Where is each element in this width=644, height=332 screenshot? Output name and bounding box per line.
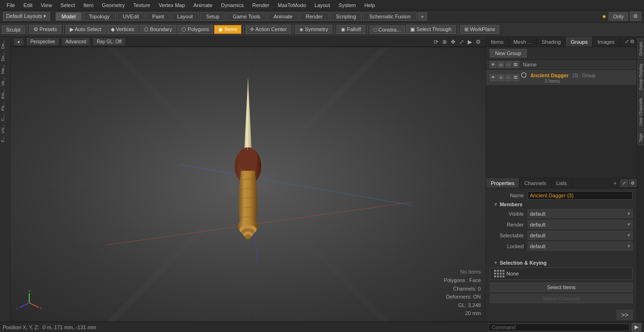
re-tab-group-display[interactable]: Group Display: [637, 60, 644, 94]
eye-icon[interactable]: 👁: [490, 61, 496, 68]
new-group-button[interactable]: New Group: [490, 49, 527, 57]
more-button[interactable]: >>: [617, 310, 633, 320]
layout-tab-paint[interactable]: Paint: [146, 12, 170, 21]
gi-lock-icon[interactable]: □: [505, 74, 512, 81]
re-tab-user-channels[interactable]: User Channels: [637, 95, 644, 130]
layout-tab-layout[interactable]: Layout: [171, 12, 199, 21]
layout-tab-gametools[interactable]: Game Tools: [227, 12, 267, 21]
vp-perspective-btn[interactable]: Perspective: [27, 38, 58, 45]
star-icon[interactable]: ★: [602, 13, 607, 20]
menu-system[interactable]: System: [335, 1, 360, 9]
settings-icon[interactable]: ⚙: [630, 12, 641, 21]
layout-tab-add[interactable]: +: [418, 12, 427, 21]
layout-tab-render[interactable]: Render: [299, 12, 329, 21]
lock-icon[interactable]: □: [505, 61, 512, 68]
sidebar-btn-me[interactable]: Me...: [0, 63, 10, 75]
sidebar-btn-f[interactable]: F...: [0, 135, 10, 144]
select-items-button[interactable]: Select Items: [490, 283, 633, 292]
sidebar-btn-uv[interactable]: UV...: [0, 123, 10, 135]
falloff-button[interactable]: ◉ Falloff: [337, 25, 365, 34]
sidebar-btn-ve[interactable]: Ve...: [0, 76, 10, 87]
props-tab-channels[interactable]: Channels: [520, 178, 551, 188]
menu-geometry[interactable]: Geometry: [98, 1, 128, 9]
sculpt-button[interactable]: Sculpt: [2, 25, 25, 34]
props-tab-properties[interactable]: Properties: [486, 178, 520, 188]
vp-play-icon[interactable]: ▶: [467, 38, 473, 46]
sidebar-btn-de[interactable]: De...: [0, 39, 10, 50]
menu-edit[interactable]: Edit: [20, 1, 36, 9]
select-channels-button[interactable]: Select Channels: [490, 294, 633, 303]
panel-expand-icon[interactable]: ⤢: [625, 39, 629, 45]
menu-texture[interactable]: Texture: [130, 1, 154, 9]
auto-select-button[interactable]: ▶ Auto Select: [66, 25, 106, 34]
layout-tab-setup[interactable]: Setup: [200, 12, 226, 21]
panel-settings-icon[interactable]: ⚙: [630, 39, 635, 45]
panel-tab-mesh[interactable]: Mesh ...: [509, 37, 537, 47]
sidebar-btn-du[interactable]: Du...: [0, 51, 10, 63]
command-input[interactable]: [488, 324, 630, 331]
vp-advanced-btn[interactable]: Advanced: [62, 38, 90, 45]
boundary-button[interactable]: ⬡ Boundary: [140, 25, 176, 34]
vp-expand-icon[interactable]: ⤢: [458, 38, 465, 46]
panel-tab-items[interactable]: Items: [486, 37, 509, 47]
vp-zoom-icon[interactable]: ⊕: [441, 38, 448, 46]
key-icon[interactable]: ⚿: [512, 61, 519, 68]
layout-dropdown[interactable]: Default Layouts ▾: [3, 12, 50, 21]
panel-tab-groups[interactable]: Groups: [566, 37, 593, 47]
props-tab-lists[interactable]: Lists: [552, 178, 572, 188]
layout-tab-topology[interactable]: Topology: [83, 12, 116, 21]
command-go-button[interactable]: ▶: [632, 323, 641, 332]
menu-vertex-map[interactable]: Vertex Map: [155, 1, 189, 9]
sidebar-btn-po[interactable]: Po...: [0, 101, 10, 113]
menu-layout[interactable]: Layout: [311, 1, 334, 9]
layout-tab-uvedit[interactable]: UVEdit: [117, 12, 145, 21]
props-expand-icon[interactable]: ⤢: [620, 179, 628, 187]
visible-select[interactable]: default ▾: [528, 209, 633, 218]
props-settings-icon[interactable]: ⚙: [629, 179, 636, 187]
items-button[interactable]: ◉ Items: [214, 25, 241, 34]
only-button[interactable]: Only: [609, 12, 628, 21]
menu-maxtomodo[interactable]: MaxToModo: [274, 1, 310, 9]
sidebar-btn-c[interactable]: C...: [0, 113, 10, 122]
vp-raygl-btn[interactable]: Ray GL: Off: [93, 38, 125, 45]
vp-rotate-icon[interactable]: ⟳: [433, 38, 439, 46]
gi-eye-icon[interactable]: 👁: [490, 74, 496, 81]
vp-pan-icon[interactable]: ✥: [450, 38, 456, 46]
menu-file[interactable]: File: [3, 1, 19, 9]
layout-tab-model[interactable]: Model: [56, 12, 82, 21]
viewport[interactable]: ● Perspective Advanced Ray GL: Off ⟳ ⊕ ✥…: [10, 37, 486, 322]
gi-camera-icon[interactable]: ◎: [497, 74, 504, 81]
vertices-button[interactable]: ◆ Vertices: [107, 25, 139, 34]
layout-tab-animate[interactable]: Animate: [267, 12, 298, 21]
menu-item[interactable]: Item: [80, 1, 97, 9]
name-input[interactable]: [528, 191, 633, 200]
menu-select[interactable]: Select: [57, 1, 79, 9]
layout-tab-scripting[interactable]: Scripting: [330, 12, 363, 21]
workplane-button[interactable]: ⊞ WorkPlane: [460, 25, 500, 34]
menu-dynamics[interactable]: Dynamics: [217, 1, 248, 9]
none-button[interactable]: None: [490, 267, 633, 280]
polygons-button[interactable]: ⬡ Polygons: [177, 25, 213, 34]
action-center-button[interactable]: ✛ Action Center: [246, 25, 291, 34]
constraints-button[interactable]: □ Constra...: [370, 25, 405, 34]
vp-settings-icon[interactable]: ⚙: [475, 38, 482, 46]
vp-toggle-btn[interactable]: ●: [14, 39, 23, 45]
re-tab-tags[interactable]: Tags: [637, 130, 644, 146]
panel-tab-images[interactable]: Images: [593, 37, 619, 47]
selectable-select[interactable]: default ▾: [528, 231, 633, 240]
viewport-canvas[interactable]: No Items Polygons : Face Channels: 0 Def…: [10, 47, 486, 322]
render-select[interactable]: default ▾: [528, 220, 633, 229]
re-tab-groups[interactable]: Groups: [637, 39, 644, 59]
gi-key-icon[interactable]: ⚿: [512, 74, 519, 81]
menu-view[interactable]: View: [37, 1, 56, 9]
locked-select[interactable]: default ▾: [528, 242, 633, 251]
menu-animate[interactable]: Animate: [190, 1, 216, 9]
camera-icon[interactable]: ◎: [497, 61, 504, 68]
props-tab-add[interactable]: +: [611, 180, 619, 186]
group-item[interactable]: 👁 ◎ □ ⚿ ⬡ Ancient Dagger (3) : Group 3 I…: [486, 70, 636, 86]
sidebar-btn-em[interactable]: Em...: [0, 88, 10, 100]
layout-tab-schematic[interactable]: Schematic Fusion: [363, 12, 416, 21]
menu-render[interactable]: Render: [248, 1, 273, 9]
select-through-button[interactable]: ▣ Select Through: [406, 25, 455, 34]
presets-button[interactable]: ⚙ Presets: [29, 25, 61, 34]
